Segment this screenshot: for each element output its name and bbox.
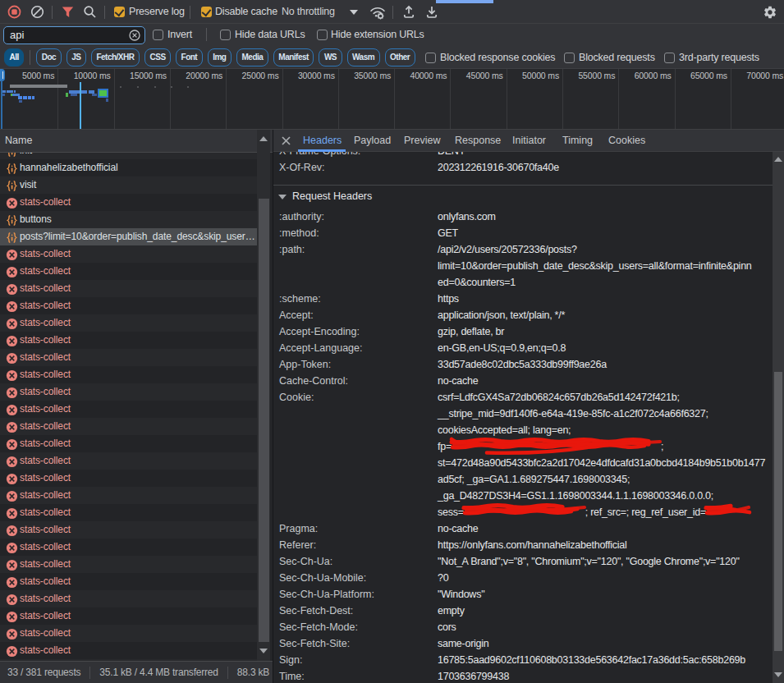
request-row-stats-collect[interactable]: stats-collect [0,435,257,452]
request-row-stats-collect[interactable]: stats-collect [0,539,257,556]
request-row-init[interactable]: init [0,153,257,159]
request-row-stats-collect[interactable]: stats-collect [0,349,257,366]
3rd-party-requests-label[interactable]: 3rd-party requests [679,46,759,69]
blocked-response-cookies-checkbox[interactable] [425,53,436,63]
request-row-stats-collect[interactable]: stats-collect [0,590,257,607]
type-filter-pill-wasm[interactable]: Wasm [347,48,380,66]
request-row-stats-collect[interactable]: stats-collect [0,280,257,297]
request-row-visit[interactable]: visit [0,176,257,194]
request-row-stats-collect[interactable]: stats-collect [0,314,257,332]
request-row-stats-collect[interactable]: stats-collect [0,245,257,263]
clear-network-log-button[interactable] [30,0,44,24]
request-headers-section[interactable]: Request Headers [273,185,773,207]
request-row-stats-collect[interactable]: stats-collect [0,418,257,435]
request-row-stats-collect[interactable]: stats-collect [0,383,257,401]
type-filter-pill-ws[interactable]: WS [319,48,342,66]
export-har-button[interactable] [424,0,438,24]
preserve-log-checkbox[interactable] [114,7,125,17]
type-filter-pill-img[interactable]: Img [208,48,232,66]
request-row-stats-collect[interactable]: stats-collect [0,452,257,470]
blocked-requests-checkbox[interactable] [564,53,575,63]
preserve-log-label[interactable]: Preserve log [129,0,185,24]
headers-content[interactable]: X-Frame-Options:DENYX-Of-Rev:20231226191… [273,152,773,683]
request-row-stats-collect[interactable]: stats-collect [0,504,257,521]
tab-response[interactable]: Response [455,130,501,152]
header-value: 202312261916-30670fa40e [438,159,773,176]
tab-preview[interactable]: Preview [404,130,440,152]
requests-scrollbar[interactable] [257,130,270,661]
request-row-stats-collect[interactable]: stats-collect [0,366,257,383]
type-filter-pill-all[interactable]: All [4,48,24,66]
network-overview-timeline[interactable]: 5000 ms10000 ms15000 ms20000 ms25000 ms3… [0,69,784,130]
request-failed-icon [6,576,16,587]
request-row-stats-collect[interactable]: stats-collect [0,556,257,573]
tab-headers[interactable]: Headers [303,130,342,152]
request-row-posts[interactable]: posts?limit=10&order=publish_date_desc&s… [0,228,257,245]
tab-payload[interactable]: Payload [354,130,391,152]
tab-timing[interactable]: Timing [562,130,593,152]
type-filter-pill-css[interactable]: CSS [144,48,171,66]
clear-filter-icon[interactable] [129,30,140,41]
header-value: "Not_A Brand";v="8", "Chromium";v="120",… [438,553,773,570]
details-scrollbar[interactable] [773,152,784,683]
request-row-stats-collect[interactable]: stats-collect [0,332,257,349]
request-row-stats-collect[interactable]: stats-collect [0,297,257,314]
request-row-stats-collect[interactable]: stats-collect [0,487,257,504]
request-row-stats-collect[interactable]: stats-collect [0,607,257,625]
request-row-buttons[interactable]: buttons [0,211,257,228]
request-row-stats-collect[interactable]: stats-collect [0,263,257,280]
tab-initiator[interactable]: Initiator [512,130,546,152]
filter-button[interactable] [61,0,75,24]
request-name: stats-collect [20,507,257,518]
hide-extension-urls-checkbox[interactable] [317,30,328,40]
request-row-stats-collect[interactable]: stats-collect [0,401,257,418]
request-row-stats-collect[interactable]: stats-collect [0,642,257,659]
blocked-requests-label[interactable]: Blocked requests [579,46,655,69]
request-row-stats-collect[interactable]: stats-collect [0,470,257,487]
request-row-stats-collect[interactable]: stats-collect [0,194,257,211]
invert-checkbox[interactable] [153,30,163,40]
settings-button[interactable] [762,0,778,24]
overview-tick-label: 45000 ms [466,71,503,81]
scroll-down-icon[interactable] [259,649,268,653]
request-row-stats-collect[interactable]: stats-collect [0,573,257,590]
network-conditions-button[interactable] [369,0,387,24]
disable-cache-checkbox[interactable] [201,7,212,17]
3rd-party-requests-checkbox[interactable] [664,53,675,63]
scroll-up-icon[interactable] [774,157,782,162]
import-har-button[interactable] [401,0,415,24]
type-filter-pill-js[interactable]: JS [66,48,86,66]
request-row-hannahelizabethofficial[interactable]: hannahelizabethofficial [0,159,257,176]
scroll-up-icon[interactable] [259,136,268,141]
invert-label[interactable]: Invert [167,24,192,46]
type-filter-pill-doc[interactable]: Doc [36,48,61,66]
name-column-header[interactable]: Name [0,130,273,153]
record-icon [7,5,21,19]
close-details-button[interactable] [280,135,292,147]
overview-left-handle[interactable] [0,69,5,81]
record-network-log-button[interactable] [7,0,21,24]
throttling-caret-icon[interactable] [350,10,358,15]
type-filter-pill-font[interactable]: Font [176,48,203,66]
filter-input[interactable] [4,27,129,44]
hide-data-urls-label[interactable]: Hide data URLs [235,24,305,46]
type-filter-pill-fetch-xhr[interactable]: Fetch/XHR [91,48,140,66]
hide-data-urls-checkbox[interactable] [220,30,231,40]
disclosure-triangle-icon[interactable] [278,195,287,199]
type-filter-pill-manifest[interactable]: Manifest [273,48,314,66]
disable-cache-label[interactable]: Disable cache [215,0,277,24]
requests-scrollbar-thumb[interactable] [259,199,269,642]
details-scrollbar-thumb[interactable] [774,372,782,651]
blocked-response-cookies-label[interactable]: Blocked response cookies [440,46,555,69]
request-row-stats-collect[interactable]: stats-collect [0,625,257,642]
search-button[interactable] [82,0,97,24]
scroll-down-icon[interactable] [774,672,782,677]
type-filter-pill-other[interactable]: Other [385,48,415,66]
tab-cookies[interactable]: Cookies [608,130,645,152]
throttling-select[interactable]: No throttling [282,0,335,24]
type-filter-pill-media[interactable]: Media [236,48,268,66]
hide-extension-urls-label[interactable]: Hide extension URLs [331,24,424,46]
request-row-stats-collect[interactable]: stats-collect [0,521,257,539]
header-value-text: 33d57ade8c02dbc5a333db99ff9ae26a [438,359,607,370]
header-name: :authority: [273,209,438,225]
